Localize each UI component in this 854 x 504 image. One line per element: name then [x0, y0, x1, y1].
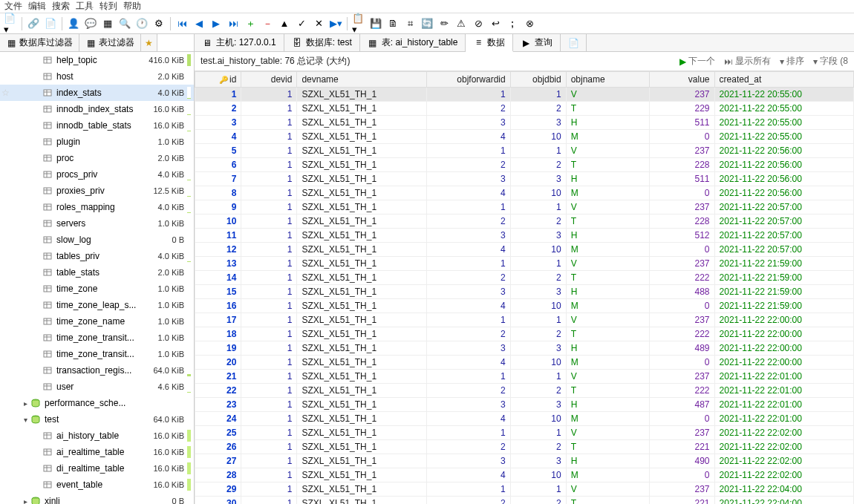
cell-created[interactable]: 2021-11-22 22:02:00 [714, 440, 853, 454]
cell-objforwardid[interactable]: 1 [427, 88, 510, 102]
cell-value[interactable]: 0 [650, 243, 714, 257]
cell-id[interactable]: 7 [195, 172, 241, 186]
cell-id[interactable]: 20 [195, 356, 241, 370]
cell-objdbid[interactable]: 3 [510, 398, 566, 412]
cell-value[interactable]: 221 [650, 440, 714, 454]
cell-created[interactable]: 2021-11-22 21:59:00 [714, 271, 853, 285]
tree-item-servers[interactable]: servers1.0 KiB [0, 215, 194, 232]
cell-devid[interactable]: 1 [241, 468, 297, 482]
cell-devid[interactable]: 1 [241, 229, 297, 243]
table-row[interactable]: 271SZXL_XL51_TH_133H4902021-11-22 22:02:… [195, 454, 854, 468]
cell-value[interactable]: 0 [650, 356, 714, 370]
tree-item-slow_log[interactable]: slow_log0 B [0, 232, 194, 248]
cell-created[interactable]: 2021-11-22 22:04:00 [714, 482, 853, 497]
cell-objname[interactable]: H [566, 398, 649, 412]
cell-objdbid[interactable]: 3 [510, 341, 566, 356]
tree-item-help_topic[interactable]: help_topic416.0 KiB [0, 52, 194, 68]
cell-value[interactable]: 0 [650, 412, 714, 426]
col-objforwardid[interactable]: objforwardid [427, 72, 510, 88]
tree-item-table_stats[interactable]: table_stats2.0 KiB [0, 264, 194, 281]
cell-objforwardid[interactable]: 2 [427, 440, 510, 454]
table-row[interactable]: 51SZXL_XL51_TH_111V2372021-11-22 20:56:0… [195, 144, 854, 158]
cell-id[interactable]: 21 [195, 370, 241, 384]
cell-devid[interactable]: 1 [241, 497, 297, 505]
cell-value[interactable]: 511 [650, 116, 714, 130]
col-objdbid[interactable]: objdbid [510, 72, 566, 88]
tbtn-cancel[interactable]: ✕ [311, 16, 326, 31]
table-row[interactable]: 281SZXL_XL51_TH_1410M02021-11-22 22:02:0… [195, 468, 854, 482]
tbtn-search[interactable]: 🔍 [117, 16, 132, 31]
cell-value[interactable]: 237 [650, 426, 714, 440]
cell-devname[interactable]: SZXL_XL51_TH_1 [297, 313, 427, 327]
tree-item-index_stats[interactable]: ☆index_stats4.0 KiB [0, 85, 194, 101]
cell-objdbid[interactable]: 10 [510, 243, 566, 257]
cell-value[interactable]: 237 [650, 482, 714, 497]
cell-objforwardid[interactable]: 4 [427, 243, 510, 257]
cell-created[interactable]: 2021-11-22 22:01:00 [714, 398, 853, 412]
cell-devid[interactable]: 1 [241, 271, 297, 285]
cell-created[interactable]: 2021-11-22 22:01:00 [714, 384, 853, 398]
cell-created[interactable]: 2021-11-22 20:56:00 [714, 158, 853, 172]
tbtn-run[interactable]: ▶▾ [328, 16, 343, 31]
cell-devname[interactable]: SZXL_XL51_TH_1 [297, 172, 427, 186]
btn-next-page[interactable]: ▶下一个 [679, 55, 715, 68]
col-devname[interactable]: devname [297, 72, 427, 88]
cell-objname[interactable]: T [566, 102, 649, 116]
table-row[interactable]: 31SZXL_XL51_TH_133H5112021-11-22 20:55:0… [195, 116, 854, 130]
tbtn-prev[interactable]: ◀ [192, 16, 206, 31]
cell-devid[interactable]: 1 [241, 200, 297, 215]
cell-value[interactable]: 512 [650, 229, 714, 243]
table-row[interactable]: 221SZXL_XL51_TH_122T2222021-11-22 22:01:… [195, 384, 854, 398]
cell-id[interactable]: 10 [195, 215, 241, 229]
cell-id[interactable]: 30 [195, 497, 241, 505]
tbtn-save[interactable]: 💾 [368, 16, 383, 31]
cell-value[interactable]: 228 [650, 215, 714, 229]
table-row[interactable]: 41SZXL_XL51_TH_1410M02021-11-22 20:55:00 [195, 130, 854, 144]
cell-created[interactable]: 2021-11-22 22:01:00 [714, 370, 853, 384]
cell-objdbid[interactable]: 1 [510, 313, 566, 327]
cell-objforwardid[interactable]: 1 [427, 144, 510, 158]
cell-objforwardid[interactable]: 2 [427, 158, 510, 172]
cell-objforwardid[interactable]: 3 [427, 398, 510, 412]
cell-created[interactable]: 2021-11-22 21:59:00 [714, 299, 853, 313]
tree-item-ai_history_table[interactable]: ai_history_table16.0 KiB [0, 428, 194, 444]
cell-objname[interactable]: V [566, 88, 649, 102]
tab-db[interactable]: 🗄数据库: test [284, 34, 360, 51]
cell-value[interactable]: 0 [650, 299, 714, 313]
tree-item-test[interactable]: ▾test64.0 KiB [0, 411, 194, 428]
tbtn-pencil[interactable]: ✏ [437, 16, 452, 31]
cell-objname[interactable]: V [566, 370, 649, 384]
cell-objdbid[interactable]: 3 [510, 229, 566, 243]
tree-item-event_table[interactable]: event_table16.0 KiB [0, 477, 194, 493]
cell-id[interactable]: 29 [195, 482, 241, 497]
cell-objforwardid[interactable]: 4 [427, 412, 510, 426]
tree-item-plugin[interactable]: plugin1.0 KiB [0, 134, 194, 150]
cell-objname[interactable]: M [566, 130, 649, 144]
menu-tools[interactable]: 工具 [76, 0, 94, 13]
col-devid[interactable]: devid [241, 72, 297, 88]
cell-devid[interactable]: 1 [241, 299, 297, 313]
tree-item-tables_priv[interactable]: tables_priv4.0 KiB [0, 248, 194, 264]
cell-created[interactable]: 2021-11-22 20:57:00 [714, 229, 853, 243]
cell-id[interactable]: 9 [195, 200, 241, 215]
cell-devid[interactable]: 1 [241, 102, 297, 116]
cell-devname[interactable]: SZXL_XL51_TH_1 [297, 341, 427, 356]
cell-objforwardid[interactable]: 3 [427, 454, 510, 468]
db-tree[interactable]: help_topic416.0 KiBhost2.0 KiB☆index_sta… [0, 52, 194, 504]
cell-value[interactable]: 222 [650, 327, 714, 341]
cell-objdbid[interactable]: 10 [510, 356, 566, 370]
cell-objdbid[interactable]: 2 [510, 384, 566, 398]
tree-item-time_zone_name[interactable]: time_zone_name1.0 KiB [0, 313, 194, 330]
cell-id[interactable]: 5 [195, 144, 241, 158]
cell-created[interactable]: 2021-11-22 22:00:00 [714, 341, 853, 356]
tbtn-next[interactable]: ▶ [209, 16, 224, 31]
tree-item-innodb_table_stats[interactable]: innodb_table_stats16.0 KiB [0, 117, 194, 134]
cell-devname[interactable]: SZXL_XL51_TH_1 [297, 200, 427, 215]
cell-objname[interactable]: T [566, 158, 649, 172]
table-row[interactable]: 251SZXL_XL51_TH_111V2372021-11-22 22:02:… [195, 426, 854, 440]
cell-devid[interactable]: 1 [241, 172, 297, 186]
tab-table[interactable]: ▦表: ai_history_table [360, 34, 466, 51]
cell-objforwardid[interactable]: 1 [427, 257, 510, 271]
cell-objname[interactable]: M [566, 186, 649, 200]
cell-devname[interactable]: SZXL_XL51_TH_1 [297, 271, 427, 285]
